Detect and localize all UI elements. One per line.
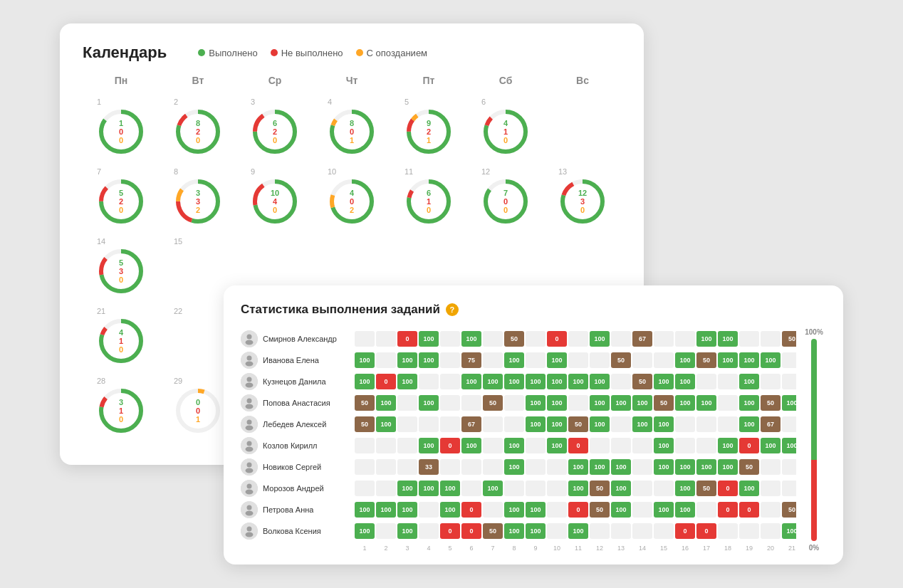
day-number: 4 <box>315 98 332 106</box>
stat-cell: 100 <box>675 459 695 475</box>
donut-center: 610 <box>427 189 431 214</box>
donut-val-green: 5 <box>119 189 123 197</box>
donut-val-orange: 1 <box>350 136 354 145</box>
stat-cell <box>675 438 695 453</box>
day-number: 22 <box>161 307 182 315</box>
stat-cell: 100 <box>718 331 738 347</box>
stat-cell <box>632 502 652 518</box>
donut-val-green: 9 <box>427 119 431 127</box>
stat-cell: 67 <box>761 416 781 432</box>
stat-cell: 100 <box>654 416 674 432</box>
stat-cell: 100 <box>568 374 588 389</box>
calendar-cell: 91040 <box>236 163 313 230</box>
stat-cell <box>568 331 588 347</box>
stat-cell: 100 <box>739 395 759 411</box>
donut-wrap: 530 <box>98 248 144 294</box>
donut-val-red: 1 <box>427 197 431 206</box>
donut-center: 402 <box>350 189 354 214</box>
donut-val-green: 10 <box>271 189 279 197</box>
stats-title: Статистика выполнения заданий <box>241 303 440 317</box>
donut-val-orange: 0 <box>119 206 123 214</box>
stat-cell <box>376 481 396 496</box>
stat-cell: 0 <box>440 438 460 453</box>
day-number: 10 <box>315 167 336 176</box>
stat-cell <box>397 459 417 475</box>
right-axis-bottom: 0% <box>809 544 819 552</box>
stat-cell <box>739 331 759 347</box>
donut-center: 801 <box>350 119 354 145</box>
stat-cell <box>355 481 375 496</box>
donut-val-green: 5 <box>119 258 123 267</box>
stat-cell: 100 <box>590 416 610 432</box>
donut-val-orange: 0 <box>196 136 200 145</box>
donut-val-green: 6 <box>273 119 277 127</box>
stat-cell <box>376 459 396 475</box>
stat-cell: 100 <box>547 374 567 389</box>
stat-cell: 100 <box>397 374 417 389</box>
svg-point-55 <box>246 362 254 367</box>
stat-cell <box>611 523 631 539</box>
donut-val-orange: 0 <box>273 206 277 214</box>
stat-cell: 100 <box>739 352 759 368</box>
stats-row: 01001005001006710010050100 <box>355 328 796 350</box>
donut-center: 410 <box>503 119 508 145</box>
stat-cell <box>654 331 674 347</box>
donut-wrap: 700 <box>483 179 528 224</box>
right-axis: 100% 0% <box>796 328 826 552</box>
person-name: Волкова Ксения <box>263 527 321 535</box>
stat-cell: 100 <box>397 502 417 518</box>
stat-cell <box>419 502 439 518</box>
stat-cell: 100 <box>397 481 417 496</box>
stat-cell: 100 <box>526 374 546 389</box>
axis-label: 11 <box>568 545 588 552</box>
stat-cell: 100 <box>461 331 481 347</box>
stat-cell: 100 <box>547 438 567 453</box>
help-icon[interactable]: ? <box>446 303 459 316</box>
donut-val-red: 0 <box>196 406 200 415</box>
svg-point-57 <box>247 377 252 382</box>
axis-label: 1 <box>355 545 375 552</box>
right-axis-top: 100% <box>805 328 823 336</box>
stat-cell: 100 <box>696 459 716 475</box>
donut-val-red: 0 <box>503 197 508 206</box>
legend-item: Выполнено <box>198 48 257 58</box>
svg-point-69 <box>247 463 252 468</box>
axis-label: 12 <box>590 545 610 552</box>
stat-cell: 50 <box>696 352 716 368</box>
stat-cell: 100 <box>547 352 567 368</box>
day-number: 15 <box>161 237 182 246</box>
stat-cell <box>696 438 716 453</box>
stat-cell <box>611 438 631 453</box>
svg-point-60 <box>247 399 252 404</box>
stat-cell: 100 <box>504 352 524 368</box>
legend-dot <box>356 49 363 56</box>
donut-val-green: 1 <box>119 119 123 127</box>
donut-wrap: 620 <box>252 109 298 154</box>
stat-cell: 50 <box>654 395 674 411</box>
stat-cell: 100 <box>526 416 546 432</box>
stat-cell <box>483 502 503 518</box>
stat-cell <box>526 481 546 496</box>
stat-cell: 100 <box>547 395 567 411</box>
stat-cell <box>547 459 567 475</box>
avatar <box>241 352 258 369</box>
donut-val-red: 2 <box>273 127 277 136</box>
stat-cell <box>440 352 460 368</box>
stat-cell: 100 <box>718 438 738 453</box>
day-header: Ср <box>236 75 313 89</box>
stats-name-row: Иванова Елена <box>241 350 355 371</box>
stat-cell: 100 <box>483 374 503 389</box>
donut-val-orange: 0 <box>119 345 123 354</box>
stat-cell: 100 <box>355 374 375 389</box>
donut-wrap: 310 <box>98 388 144 434</box>
day-number: 6 <box>469 98 486 106</box>
stat-cell <box>675 331 695 347</box>
donut-wrap: 100 <box>98 109 144 154</box>
stat-cell <box>590 523 610 539</box>
stat-cell: 100 <box>782 523 796 539</box>
legend-label: Выполнено <box>209 48 257 58</box>
donut-val-green: 4 <box>503 119 508 127</box>
stat-cell: 100 <box>504 502 524 518</box>
stat-cell <box>547 502 567 518</box>
donut-val-orange: 0 <box>580 206 585 214</box>
